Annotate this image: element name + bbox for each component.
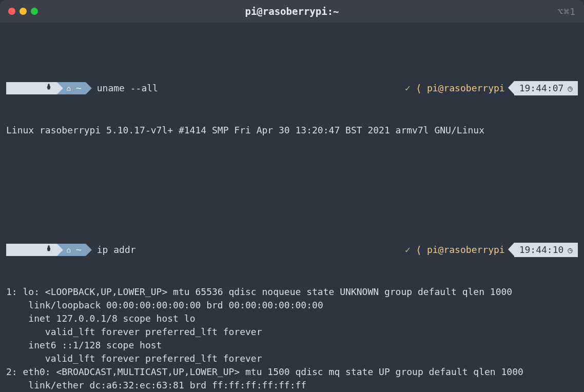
- prompt-row: ⌂ ~ uname --all ✓ ⟨ pi@rasoberrypi 19:44…: [6, 81, 578, 95]
- command-text: uname --all: [97, 82, 158, 95]
- status-check-icon: ✓: [405, 82, 411, 95]
- terminal-body[interactable]: ⌂ ~ uname --all ✓ ⟨ pi@rasoberrypi 19:44…: [0, 23, 584, 392]
- clock-icon: ◷: [568, 244, 573, 256]
- status-check-icon: ✓: [405, 243, 411, 257]
- os-segment: [6, 82, 57, 94]
- time-text: 19:44:10: [519, 243, 564, 257]
- maximize-button[interactable]: [31, 8, 38, 15]
- path-tilde: ~: [76, 82, 82, 95]
- angle-separator-icon: ⟨: [416, 243, 422, 258]
- time-text: 19:44:07: [519, 82, 564, 95]
- time-segment: 19:44:10 ◷: [514, 243, 578, 257]
- time-segment: 19:44:07 ◷: [514, 81, 578, 95]
- command-output: Linux rasoberrypi 5.10.17-v7l+ #1414 SMP…: [6, 124, 578, 137]
- spacer: [6, 177, 578, 188]
- close-button[interactable]: [8, 8, 15, 15]
- clock-icon: ◷: [568, 83, 573, 94]
- os-segment: [6, 244, 57, 256]
- window-shortcut-indicator: ⌥⌘1: [557, 6, 576, 17]
- home-icon: ⌂: [66, 83, 70, 93]
- right-status: ✓ ⟨ pi@rasoberrypi 19:44:07 ◷: [405, 81, 578, 96]
- command-output: 1: lo: <LOOPBACK,UP,LOWER_UP> mtu 65536 …: [6, 285, 578, 393]
- traffic-lights: [8, 8, 38, 15]
- user-host: pi@rasoberrypi: [427, 82, 505, 95]
- raspberry-pi-icon: [10, 72, 53, 105]
- raspberry-pi-icon: [10, 233, 53, 266]
- angle-separator-icon: ⟨: [416, 81, 422, 96]
- titlebar: pi@rasoberrypi:~ ⌥⌘1: [0, 0, 584, 23]
- right-status: ✓ ⟨ pi@rasoberrypi 19:44:10 ◷: [405, 243, 578, 258]
- command-text: ip addr: [97, 243, 136, 257]
- home-icon: ⌂: [66, 245, 70, 255]
- user-host: pi@rasoberrypi: [427, 243, 505, 257]
- window-title: pi@rasoberrypi:~: [245, 6, 339, 17]
- minimize-button[interactable]: [20, 8, 27, 15]
- prompt-row: ⌂ ~ ip addr ✓ ⟨ pi@rasoberrypi 19:44:10 …: [6, 243, 578, 257]
- path-tilde: ~: [76, 243, 82, 257]
